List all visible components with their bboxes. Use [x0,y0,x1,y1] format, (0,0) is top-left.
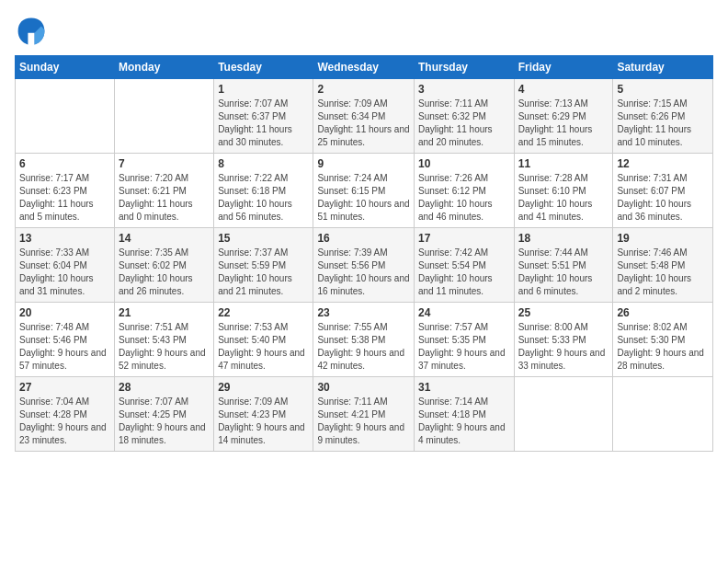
day-info: Sunrise: 7:20 AMSunset: 6:21 PMDaylight:… [119,172,210,224]
weekday-header-sunday: Sunday [16,56,115,79]
day-number: 11 [518,157,609,170]
weekday-header-saturday: Saturday [613,56,713,79]
day-number: 20 [19,306,110,319]
day-info: Sunrise: 7:14 AMSunset: 4:18 PMDaylight:… [418,396,510,447]
day-info: Sunrise: 7:07 AMSunset: 6:37 PMDaylight:… [218,98,309,149]
day-info: Sunrise: 7:51 AMSunset: 5:43 PMDaylight:… [119,321,210,373]
day-number: 9 [317,157,410,170]
day-cell: 4Sunrise: 7:13 AMSunset: 6:29 PMDaylight… [514,79,613,154]
day-number: 14 [119,232,210,245]
day-info: Sunrise: 7:55 AMSunset: 5:38 PMDaylight:… [317,321,410,373]
day-cell: 27Sunrise: 7:04 AMSunset: 4:28 PMDayligh… [16,377,115,452]
page-header [15,15,713,48]
day-info: Sunrise: 7:37 AMSunset: 5:59 PMDaylight:… [218,247,309,298]
day-cell [514,377,613,452]
day-cell: 10Sunrise: 7:26 AMSunset: 6:12 PMDayligh… [414,154,514,228]
weekday-header-tuesday: Tuesday [214,56,313,79]
day-number: 5 [617,83,709,96]
day-info: Sunrise: 7:24 AMSunset: 6:15 PMDaylight:… [317,172,410,224]
day-cell: 2Sunrise: 7:09 AMSunset: 6:34 PMDaylight… [313,79,415,154]
day-number: 25 [518,306,609,319]
day-info: Sunrise: 7:48 AMSunset: 5:46 PMDaylight:… [19,321,110,373]
day-cell: 1Sunrise: 7:07 AMSunset: 6:37 PMDaylight… [214,79,313,154]
day-cell: 29Sunrise: 7:09 AMSunset: 4:23 PMDayligh… [214,377,313,452]
day-info: Sunrise: 7:15 AMSunset: 6:26 PMDaylight:… [617,98,709,149]
day-cell [115,79,214,154]
day-number: 13 [19,232,110,245]
day-number: 8 [218,157,309,170]
day-number: 6 [19,157,110,170]
day-info: Sunrise: 7:57 AMSunset: 5:35 PMDaylight:… [418,321,510,373]
day-number: 19 [617,232,709,245]
day-info: Sunrise: 7:44 AMSunset: 5:51 PMDaylight:… [518,247,609,298]
day-cell: 14Sunrise: 7:35 AMSunset: 6:02 PMDayligh… [115,228,214,303]
week-row-1: 1Sunrise: 7:07 AMSunset: 6:37 PMDaylight… [16,79,713,154]
day-info: Sunrise: 7:35 AMSunset: 6:02 PMDaylight:… [119,247,210,298]
day-cell: 17Sunrise: 7:42 AMSunset: 5:54 PMDayligh… [414,228,514,303]
calendar-table: SundayMondayTuesdayWednesdayThursdayFrid… [15,55,713,452]
day-number: 10 [418,157,510,170]
day-number: 4 [518,83,609,96]
day-cell: 7Sunrise: 7:20 AMSunset: 6:21 PMDaylight… [115,154,214,228]
day-cell: 3Sunrise: 7:11 AMSunset: 6:32 PMDaylight… [414,79,514,154]
day-info: Sunrise: 7:31 AMSunset: 6:07 PMDaylight:… [617,172,709,224]
day-number: 1 [218,83,309,96]
week-row-4: 20Sunrise: 7:48 AMSunset: 5:46 PMDayligh… [16,303,713,377]
day-cell: 11Sunrise: 7:28 AMSunset: 6:10 PMDayligh… [514,154,613,228]
weekday-header-row: SundayMondayTuesdayWednesdayThursdayFrid… [16,56,713,79]
day-number: 2 [317,83,410,96]
day-cell: 22Sunrise: 7:53 AMSunset: 5:40 PMDayligh… [214,303,313,377]
weekday-header-wednesday: Wednesday [313,56,415,79]
day-info: Sunrise: 7:11 AMSunset: 6:32 PMDaylight:… [418,98,510,149]
day-info: Sunrise: 7:04 AMSunset: 4:28 PMDaylight:… [19,396,110,447]
day-info: Sunrise: 7:17 AMSunset: 6:23 PMDaylight:… [19,172,110,224]
logo-icon [15,15,48,48]
day-info: Sunrise: 7:07 AMSunset: 4:25 PMDaylight:… [119,396,210,447]
day-cell: 31Sunrise: 7:14 AMSunset: 4:18 PMDayligh… [414,377,514,452]
day-number: 16 [317,232,410,245]
day-info: Sunrise: 7:28 AMSunset: 6:10 PMDaylight:… [518,172,609,224]
day-cell: 26Sunrise: 8:02 AMSunset: 5:30 PMDayligh… [613,303,713,377]
day-cell: 12Sunrise: 7:31 AMSunset: 6:07 PMDayligh… [613,154,713,228]
day-info: Sunrise: 7:13 AMSunset: 6:29 PMDaylight:… [518,98,609,149]
week-row-3: 13Sunrise: 7:33 AMSunset: 6:04 PMDayligh… [16,228,713,303]
day-info: Sunrise: 8:00 AMSunset: 5:33 PMDaylight:… [518,321,609,373]
day-cell [16,79,115,154]
day-info: Sunrise: 7:33 AMSunset: 6:04 PMDaylight:… [19,247,110,298]
day-number: 23 [317,306,410,319]
day-number: 26 [617,306,709,319]
day-number: 12 [617,157,709,170]
week-row-2: 6Sunrise: 7:17 AMSunset: 6:23 PMDaylight… [16,154,713,228]
day-cell: 13Sunrise: 7:33 AMSunset: 6:04 PMDayligh… [16,228,115,303]
day-cell: 9Sunrise: 7:24 AMSunset: 6:15 PMDaylight… [313,154,415,228]
day-info: Sunrise: 7:11 AMSunset: 4:21 PMDaylight:… [317,396,410,447]
day-cell: 5Sunrise: 7:15 AMSunset: 6:26 PMDaylight… [613,79,713,154]
day-cell: 18Sunrise: 7:44 AMSunset: 5:51 PMDayligh… [514,228,613,303]
day-info: Sunrise: 7:46 AMSunset: 5:48 PMDaylight:… [617,247,709,298]
day-number: 30 [317,381,410,394]
day-cell: 16Sunrise: 7:39 AMSunset: 5:56 PMDayligh… [313,228,415,303]
logo [15,15,51,48]
day-number: 29 [218,381,309,394]
day-info: Sunrise: 7:53 AMSunset: 5:40 PMDaylight:… [218,321,309,373]
weekday-header-thursday: Thursday [414,56,514,79]
day-number: 31 [418,381,510,394]
day-cell: 19Sunrise: 7:46 AMSunset: 5:48 PMDayligh… [613,228,713,303]
day-cell: 24Sunrise: 7:57 AMSunset: 5:35 PMDayligh… [414,303,514,377]
week-row-5: 27Sunrise: 7:04 AMSunset: 4:28 PMDayligh… [16,377,713,452]
day-info: Sunrise: 8:02 AMSunset: 5:30 PMDaylight:… [617,321,709,373]
day-cell: 25Sunrise: 8:00 AMSunset: 5:33 PMDayligh… [514,303,613,377]
day-number: 18 [518,232,609,245]
day-number: 7 [119,157,210,170]
day-number: 27 [19,381,110,394]
day-cell: 21Sunrise: 7:51 AMSunset: 5:43 PMDayligh… [115,303,214,377]
day-number: 28 [119,381,210,394]
day-info: Sunrise: 7:09 AMSunset: 6:34 PMDaylight:… [317,98,410,149]
day-info: Sunrise: 7:42 AMSunset: 5:54 PMDaylight:… [418,247,510,298]
day-cell: 23Sunrise: 7:55 AMSunset: 5:38 PMDayligh… [313,303,415,377]
day-cell: 30Sunrise: 7:11 AMSunset: 4:21 PMDayligh… [313,377,415,452]
day-info: Sunrise: 7:22 AMSunset: 6:18 PMDaylight:… [218,172,309,224]
day-info: Sunrise: 7:09 AMSunset: 4:23 PMDaylight:… [218,396,309,447]
day-cell: 15Sunrise: 7:37 AMSunset: 5:59 PMDayligh… [214,228,313,303]
day-cell: 8Sunrise: 7:22 AMSunset: 6:18 PMDaylight… [214,154,313,228]
